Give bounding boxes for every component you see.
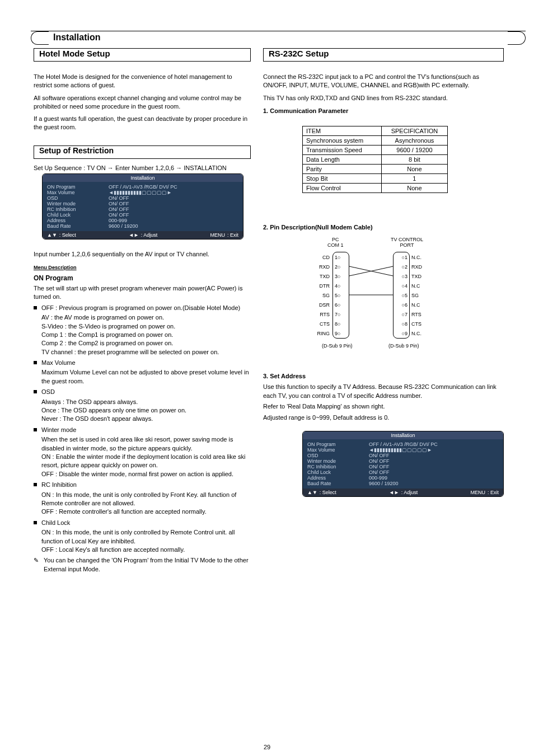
note-final: You can be changed the 'ON Program' from… xyxy=(34,556,251,574)
list-item: OFF : Disable the winter mode, normal fi… xyxy=(34,470,251,478)
item-rc-title: RC Inhibition xyxy=(34,481,251,489)
list-item: TV channel : the preset programme will b… xyxy=(34,348,251,356)
table-row: Transmission Speed9600 / 19200 xyxy=(303,145,448,155)
left-intro-p3: If a guest wants full operation, the gue… xyxy=(34,115,251,132)
page-number: 29 xyxy=(0,744,534,750)
osd-item-value: ◄▮▮▮▮▮▮▮▮▮▮▢▢▢▢▢► xyxy=(109,190,238,195)
binder-ring-left xyxy=(31,31,49,45)
binder-ring-right xyxy=(508,31,526,45)
osd-header: Installation xyxy=(303,431,503,439)
item-max-volume-desc: Maximum Volume Level can not be adjusted… xyxy=(34,368,251,386)
osd-item-value: OFF / AV1-AV3 /RGB/ DVI/ PC xyxy=(369,442,499,447)
setup-sequence: Set Up Sequence : TV ON → Enter Number 1… xyxy=(34,165,251,171)
osd-foot-adjust: ◄► : Adjust xyxy=(389,490,418,495)
set-address-p2: Refer to 'Real Data Mapping' as shown ri… xyxy=(263,402,504,411)
pc-com1-title: PCCOM 1 xyxy=(327,237,344,248)
menu-desc-title: Menu Description xyxy=(34,264,251,271)
osd-item-value: 000-999 xyxy=(369,475,499,481)
osd-foot-exit: MENU : Exit xyxy=(470,490,499,495)
osd-item-value: ◄▮▮▮▮▮▮▮▮▮▮▢▢▢▢▢► xyxy=(369,447,499,453)
item-winter-title: Winter mode xyxy=(34,426,251,434)
osd-item-value: 9600 / 19200 xyxy=(369,481,499,486)
osd-foot-exit: MENU : Exit xyxy=(210,232,238,238)
table-row: Stop Bit1 xyxy=(303,174,448,184)
set-address-title: 3. Set Address xyxy=(263,372,504,381)
osd-item-value: ON/ OFF xyxy=(109,195,238,201)
osd-panel-1: Installation ON ProgramOFF / AV1-AV3 /RG… xyxy=(42,173,243,240)
right-intro-p2: This TV has only RXD,TXD and GND lines f… xyxy=(263,94,504,102)
left-intro-p1: The Hotel Mode is designed for the conve… xyxy=(34,73,251,90)
osd-item-label: OSD xyxy=(47,195,109,201)
osd-item-label: RC Inhibition xyxy=(47,206,109,212)
osd-item-label: Winter mode xyxy=(47,201,109,206)
item-max-volume-title: Max Volume xyxy=(34,359,251,367)
spec-header-item: ITEM xyxy=(303,126,382,136)
table-row: Flow ControlNone xyxy=(303,184,448,193)
osd-item-label: RC Inhibition xyxy=(307,464,369,469)
set-address-p1: Use this function to specify a TV Addres… xyxy=(263,383,504,400)
osd-foot-adjust: ◄► : Adjust xyxy=(129,232,157,238)
item-on-program-desc: The set will start up with preset progra… xyxy=(34,284,251,302)
osd-foot-select: ▲▼ : Select xyxy=(47,232,76,238)
page-title: Installation xyxy=(53,32,100,43)
list-item: OFF : Previous program is programed on p… xyxy=(34,304,251,312)
osd-body: ON ProgramOFF / AV1-AV3 /RGB/ DVI/ PC Ma… xyxy=(43,182,243,231)
osd-body: ON ProgramOFF / AV1-AV3 /RGB/ DVI/ PC Ma… xyxy=(303,439,503,489)
list-item: ON : Enable the winter mode if the deplo… xyxy=(34,453,251,470)
tv-control-port-title: TV CONTROLPORT xyxy=(391,237,423,248)
list-item: Once : The OSD appears only one time on … xyxy=(34,406,251,415)
osd-header: Installation xyxy=(43,174,243,182)
osd-item-label: Child Lock xyxy=(47,212,109,218)
menu-description: Menu Description ON Program The set will… xyxy=(34,264,251,574)
osd-item-label: Max Volume xyxy=(47,190,109,195)
osd-item-value: ON/ OFF xyxy=(369,469,499,475)
osd-item-label: ON Program xyxy=(47,184,109,190)
osd-item-value: 9600 / 19200 xyxy=(109,223,238,229)
tv-pin-nums: ○1○2○3○4○5○6○7○8○9 xyxy=(395,253,407,339)
pin-desc-title: 2. Pin Description(Null Modem Cable) xyxy=(263,224,373,231)
spec-table: ITEM SPECIFICATION Synchronous systemAsy… xyxy=(302,126,448,193)
right-section-title: RS-232C Setup xyxy=(269,49,329,58)
set-address-block: 3. Set Address Use this function to spec… xyxy=(263,372,504,424)
list-item: OFF : Remote controller's all function a… xyxy=(34,508,251,516)
table-header-row: ITEM SPECIFICATION xyxy=(303,126,448,136)
table-row: Data Length8 bit xyxy=(303,155,448,165)
osd-item-label: OSD xyxy=(307,453,369,458)
list-item: Never : The OSD doesn't appear always. xyxy=(34,415,251,423)
osd-item-label: Baud Rate xyxy=(47,223,109,229)
dsub-label-right: (D-Sub 9 Pin) xyxy=(388,343,419,349)
list-item: Comp 1 : the Comp1 is programed on power… xyxy=(34,331,251,339)
right-intro-p1: Connect the RS-232C input jack to a PC a… xyxy=(263,73,504,90)
item-on-program-title: ON Program xyxy=(34,274,251,283)
list-item: Comp 2 : the Comp2 is programed on power… xyxy=(34,339,251,348)
list-item: ON : In this mode, the unit is only cont… xyxy=(34,491,251,508)
pc-pin-labels: CD RXD TXD DTR SG DSR RTS CTS RING xyxy=(311,253,330,339)
osd-footer: ▲▼ : Select ◄► : Adjust MENU : Exit xyxy=(303,489,503,496)
comm-param-title: 1. Communication Parameter xyxy=(263,107,504,115)
left-intro: The Hotel Mode is designed for the conve… xyxy=(34,73,251,136)
osd-item-value: ON/ OFF xyxy=(369,453,499,458)
setup-title: Setup of Restriction xyxy=(39,146,114,155)
osd-panel-2: Installation ON ProgramOFF / AV1-AV3 /RG… xyxy=(302,431,504,497)
osd-item-value: ON/ OFF xyxy=(109,201,238,206)
osd-item-label: Max Volume xyxy=(307,447,369,453)
item-osd-title: OSD xyxy=(34,388,251,396)
list-item: Always : The OSD appears always. xyxy=(34,398,251,406)
pc-pin-nums: 1○2○3○4○5○6○7○8○9○ xyxy=(335,253,346,339)
left-section-title: Hotel Mode Setup xyxy=(39,49,110,58)
osd-item-value: ON/ OFF xyxy=(109,212,238,218)
osd-item-value: OFF / AV1-AV3 /RGB/ DVI/ PC xyxy=(109,184,238,190)
item-child-title: Child Lock xyxy=(34,519,251,527)
osd-item-value: 000-999 xyxy=(109,218,238,223)
note-sequence: Input number 1,2,0,6 sequentially on the… xyxy=(34,250,251,259)
spec-header-spec: SPECIFICATION xyxy=(381,126,447,136)
tv-pin-labels: N.C. RXD TXD N.C SG N.C RTS CTS N.C. xyxy=(411,253,422,339)
table-row: Synchronous systemAsynchronous xyxy=(303,136,448,145)
osd-item-label: Address xyxy=(47,218,109,223)
osd-foot-select: ▲▼ : Select xyxy=(307,490,336,495)
set-address-p3: Adjusted range is 0~999, Default address… xyxy=(263,414,504,422)
list-item: S-Video : the S-Video is programed on po… xyxy=(34,322,251,331)
table-row: ParityNone xyxy=(303,165,448,174)
list-item: OFF : Local Key's all function are accep… xyxy=(34,546,251,554)
osd-item-value: ON/ OFF xyxy=(109,206,238,212)
